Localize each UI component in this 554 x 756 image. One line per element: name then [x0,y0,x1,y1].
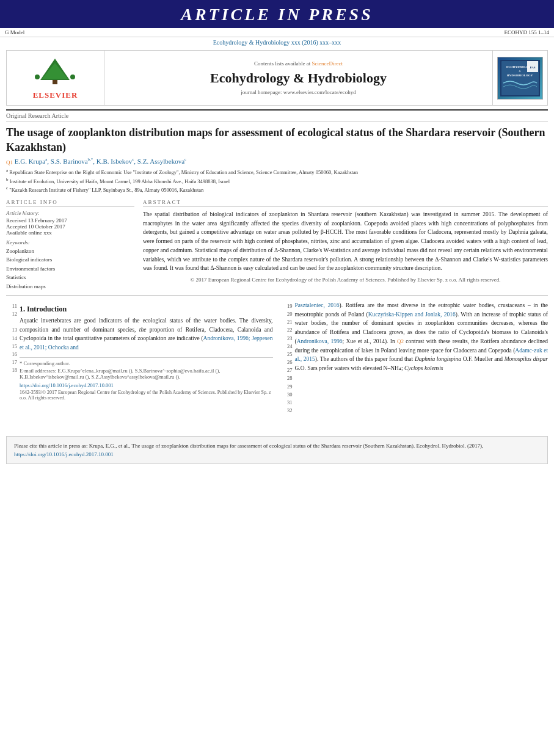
journal-header: ELSEVIER Contents lists available at Sci… [6,50,548,106]
abstract-column: ABSTRACT The spatial distribution of bio… [143,199,548,291]
keyword-environmental: Environmental factors [6,264,134,273]
introduction-section: 11 12 13 14 15 16 17 18 1. Introduction [6,301,548,431]
journal-header-right: ECOHYDROLOGY & HYDROBIOLOGY PAS [492,51,547,105]
journal-header-left: ELSEVIER [7,51,104,105]
article-info-heading: ARTICLE INFO [6,199,134,207]
affiliations: a Republican State Enterprise on the Rig… [6,167,548,194]
elsevier-tree-logo [22,56,89,86]
journal-homepage: journal homepage: www.elsevier.com/locat… [241,89,355,95]
intro-paragraph: Aquatic invertebrates are good indicator… [20,316,273,352]
abstract-copyright: © 2017 European Regional Centre for Ecoh… [143,277,548,283]
affiliation-a: a Republican State Enterprise on the Rig… [6,167,548,176]
svg-point-3 [35,75,40,79]
author-1: E.G. Krupaa, S.S. Barinovab,*, K.B. Isbe… [15,158,186,165]
g-model-label: G Model [5,29,24,35]
journal-cover-thumbnail: ECOHYDROLOGY & HYDROBIOLOGY PAS [497,57,543,100]
section-divider [6,296,548,296]
citation-box: Please cite this article in press as: Kr… [6,436,548,465]
keyword-zooplankton: Zooplankton [6,247,134,255]
available-online: Available online xxx [6,230,134,236]
keyword-distribution: Distribution maps [6,282,134,291]
history-label: Article history: [6,210,134,216]
citation-text: Please cite this article in press as: Kr… [14,443,483,449]
keyword-statistics: Statistics [6,273,134,282]
elsevier-logo-text: ELSEVIER [33,90,78,100]
article-in-press-banner: ARTICLE IN PRESS [0,0,554,28]
affiliation-c: c "Kazakh Research Institute of Fishery"… [6,185,548,194]
link-kuczynska[interactable]: Kuczyńska-Kippen and Jonlak, 2016 [368,311,456,318]
svg-marker-2 [42,63,68,79]
affiliation-b: b Institute of Evolution, University of … [6,176,548,186]
abstract-heading: ABSTRACT [143,199,548,207]
article-info-abstract-section: ARTICLE INFO Article history: Received 1… [6,199,548,291]
authors-line: Q1 E.G. Krupaa, S.S. Barinovab,*, K.B. I… [6,158,548,165]
journal-name-link[interactable]: Ecohydrology & Hydrobiology xxx (2016) x… [0,37,554,48]
q1-marker: Q1 [6,159,13,165]
abstract-text: The spatial distribution of biological i… [143,210,548,273]
svg-text:HYDROBIOLOGY: HYDROBIOLOGY [507,74,533,77]
intro-left-column: 1. Introduction Aquatic invertebrates ar… [20,301,273,431]
article-info-column: ARTICLE INFO Article history: Received 1… [6,199,134,291]
q2-marker: Q2 [395,338,404,344]
line-numbers-left: 11 12 13 14 15 16 17 18 [6,301,17,431]
journal-title-main: Ecohydrology & Hydrobiology [210,70,387,86]
link-pasztaleniec[interactable]: Pasztaleniec, 2016 [295,302,340,308]
journal-header-center: Contents lists available at ScienceDirec… [104,51,492,105]
sciencedirect-link[interactable]: ScienceDirect [312,60,343,67]
email-footnotes: E-mail addresses: E.G.Krupa^elena_krupa@… [20,368,273,380]
link-andronikova[interactable]: Andronikova, 1996; Jeppesen et al., 2011… [20,335,273,351]
ecohyd-code: ECOHYD 155 1–14 [505,29,550,35]
intro-right-text: Pasztaleniec, 2016). Rotifera are the mo… [295,301,549,373]
doi-link[interactable]: https://doi.org/10.1016/j.ecohyd.2017.10… [20,382,273,388]
svg-text:PAS: PAS [530,66,535,69]
received-date: Received 13 February 2017 [6,217,134,224]
intro-right-column: Pasztaleniec, 2016). Rotifera are the mo… [295,301,549,431]
footnote-section: * Corresponding author. E-mail addresses… [20,357,273,380]
article-type: Original Research Article [6,109,548,122]
link-andronikova2[interactable]: Andronikova, 1996 [297,338,343,344]
keyword-biological: Biological indicators [6,255,134,264]
g-model-bar: G Model ECOHYD 155 1–14 [0,28,554,37]
article-title: The usage of zooplankton distribution ma… [6,125,548,155]
cover-image-svg: ECOHYDROLOGY & HYDROBIOLOGY PAS [500,60,540,96]
contents-line: Contents lists available at ScienceDirec… [254,60,343,67]
intro-heading: 1. Introduction [20,305,273,314]
line-numbers-right: 19 20 21 22 23 24 25 26 27 28 29 30 31 3… [282,301,293,431]
svg-point-4 [70,75,75,79]
accepted-date: Accepted 10 October 2017 [6,224,134,230]
corresponding-author: * Corresponding author. [20,360,273,366]
main-content: Original Research Article The usage of z… [0,109,554,431]
citation-doi-link[interactable]: https://doi.org/10.1016/j.ecohyd.2017.10… [14,451,114,457]
issn-copyright: 1642-3593/© 2017 European Regional Centr… [20,390,273,401]
keywords-label: Keywords: [6,239,134,245]
